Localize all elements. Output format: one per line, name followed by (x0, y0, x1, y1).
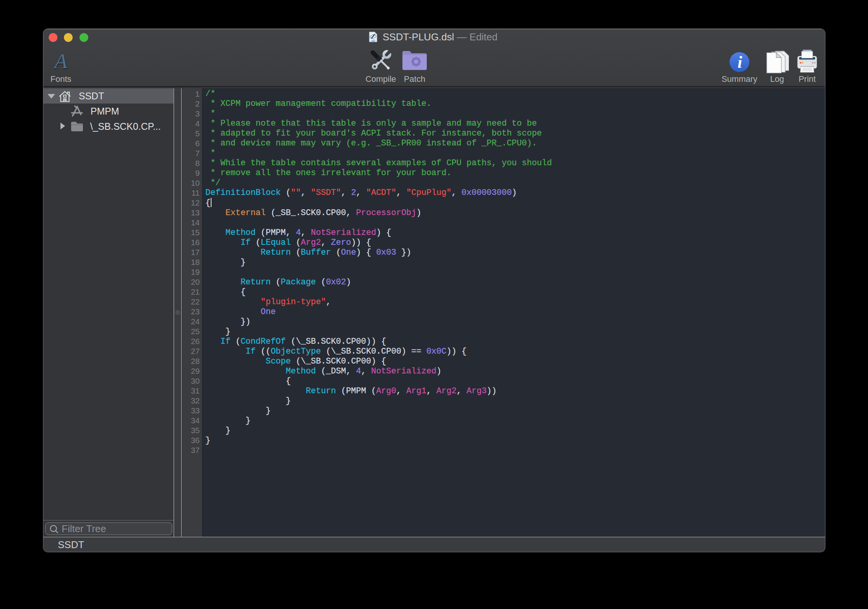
svg-text:DSL: DSL (371, 40, 375, 41)
svg-text:A: A (53, 52, 67, 71)
svg-text:i: i (738, 53, 742, 72)
